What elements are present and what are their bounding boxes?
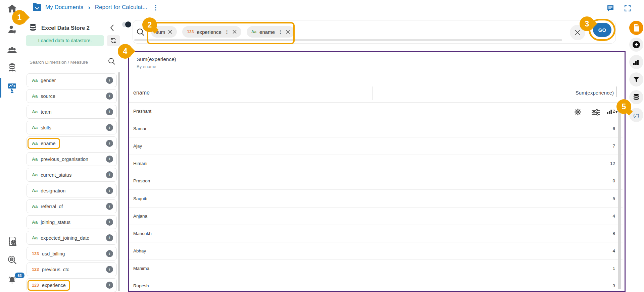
row-value: 6 (612, 126, 615, 131)
search-datastore-icon[interactable] (0, 255, 24, 265)
breadcrumb-menu-icon[interactable]: ⋮ (153, 4, 159, 11)
user-settings-icon[interactable] (0, 25, 24, 34)
report-builder-icon[interactable] (0, 83, 24, 93)
field-list: Aa gender i Aa source i Aa team i Aa ski… (27, 73, 117, 292)
table-row: Rupesh 3 (129, 277, 623, 292)
field-label: joining_status (41, 220, 70, 225)
refresh-button[interactable] (107, 35, 120, 46)
field-label: experience (42, 283, 66, 288)
field-type-icon: Aa (32, 204, 38, 209)
table-body: Prashant 2 Samar 6 Ajay 7 Himani 12 Pras… (129, 103, 623, 292)
dimension-search-input[interactable] (26, 56, 107, 68)
info-icon[interactable]: i (106, 266, 113, 273)
field-card[interactable]: Aa team i (27, 105, 117, 119)
field-card[interactable]: 123 previous_ctc i (27, 262, 117, 276)
field-label: current_status (41, 172, 71, 178)
info-icon[interactable]: i (106, 140, 113, 147)
column-header-sum-experience: Sum(experience) (576, 90, 614, 96)
row-ename: Abhay (133, 248, 146, 253)
top-bar: My Documents › Report for Calculat... ⋮ (0, 0, 644, 15)
comments-icon[interactable] (607, 5, 614, 13)
toast-message: Loaded data to datastore. (26, 35, 104, 46)
back-button[interactable] (629, 38, 643, 52)
info-icon[interactable]: i (106, 77, 113, 84)
datastore-button[interactable] (629, 90, 643, 104)
field-type-icon: Aa (32, 172, 38, 177)
field-label: gender (41, 78, 56, 83)
info-icon[interactable]: i (106, 219, 113, 226)
info-icon[interactable]: i (106, 171, 113, 178)
breadcrumb-root[interactable]: My Documents (45, 4, 83, 11)
field-type-icon: Aa (32, 125, 38, 130)
table-row: Abhay 4 (129, 242, 623, 260)
visual-panel: Sum(experience) By ename ▾ ename Sum(exp… (128, 51, 626, 292)
query-mode-toggle[interactable] (122, 22, 131, 27)
fullscreen-icon[interactable] (625, 5, 631, 13)
row-value: 4 (612, 248, 615, 253)
table-row: Samar 6 (129, 120, 623, 137)
users-group-icon[interactable] (0, 46, 24, 54)
table-scrollbar[interactable] (618, 102, 621, 289)
row-ename: Anjana (133, 214, 147, 219)
row-value: 1 (612, 266, 615, 271)
row-ename: Samar (133, 126, 147, 131)
table-row: Anjana 4 (129, 208, 623, 225)
table-row: Prasoon 0 (129, 172, 623, 190)
annotation-badge-4: 4 (118, 44, 133, 59)
field-card[interactable]: 123 experience i (27, 278, 117, 292)
field-highlight-region: Aa ename (28, 138, 60, 149)
field-card[interactable]: Aa skills i (27, 121, 117, 134)
search-icon[interactable] (108, 58, 115, 66)
column-resize-handle[interactable] (616, 86, 617, 97)
info-icon[interactable]: i (106, 93, 113, 100)
annotation-badge-1: 1 (12, 10, 27, 25)
annotation-badge-5: 5 (616, 99, 631, 114)
row-value: 3 (612, 283, 615, 288)
regex-label: (.*) (633, 113, 639, 118)
field-card[interactable]: Aa gender i (27, 73, 117, 87)
field-type-icon: Aa (32, 220, 38, 225)
info-icon[interactable]: i (106, 187, 113, 194)
info-icon[interactable]: i (106, 156, 113, 163)
row-ename: Saquib (133, 196, 147, 201)
collapse-panel-icon[interactable] (110, 24, 114, 33)
row-ename: Ajay (133, 143, 142, 149)
field-label: skills (41, 125, 51, 130)
field-label: source (41, 94, 55, 99)
field-highlight-region: Aa team (28, 107, 56, 117)
field-card[interactable]: Aa source i (27, 89, 117, 103)
column-header-ename: ename (133, 90, 150, 96)
field-card[interactable]: Aa designation i (27, 184, 117, 197)
field-list-scrollbar[interactable] (118, 72, 120, 291)
filter-button[interactable] (629, 72, 643, 86)
breadcrumb-current[interactable]: Report for Calculat... (95, 4, 147, 11)
field-card[interactable]: Aa current_status i (27, 168, 117, 182)
field-card[interactable]: Aa joining_status i (27, 215, 117, 229)
field-type-icon: Aa (32, 94, 38, 99)
field-card[interactable]: 123 usd_billing i (27, 247, 117, 260)
data-dictionary-search-icon[interactable] (0, 236, 24, 247)
field-card[interactable]: Aa expected_joining_date i (27, 231, 117, 245)
info-icon[interactable]: i (106, 203, 113, 210)
info-icon[interactable]: i (106, 250, 113, 257)
field-highlight-region: Aa skills (28, 122, 56, 133)
table-header-row: ename Sum(experience) (129, 84, 623, 103)
field-label: team (41, 109, 51, 115)
field-card[interactable]: Aa ename i (27, 136, 117, 150)
chart-view-button[interactable] (629, 55, 643, 69)
info-icon[interactable]: i (106, 108, 113, 115)
datastore-icon[interactable] (0, 63, 24, 73)
field-card[interactable]: Aa referral_of i (27, 199, 117, 213)
info-icon[interactable]: i (106, 124, 113, 131)
save-report-button[interactable] (629, 21, 643, 35)
field-highlight-region: Aa referral_of (28, 201, 67, 212)
info-icon[interactable]: i (106, 234, 113, 241)
info-icon[interactable]: i (106, 282, 113, 289)
row-value: 5 (612, 196, 615, 201)
table-row: Himani 12 (129, 155, 623, 172)
field-highlight-region: Aa expected_joining_date (28, 233, 94, 243)
row-value: 7 (612, 143, 615, 149)
field-card[interactable]: Aa previous_organisation i (27, 152, 117, 166)
field-type-icon: 123 (32, 283, 39, 288)
field-label: expected_joining_date (41, 235, 89, 241)
